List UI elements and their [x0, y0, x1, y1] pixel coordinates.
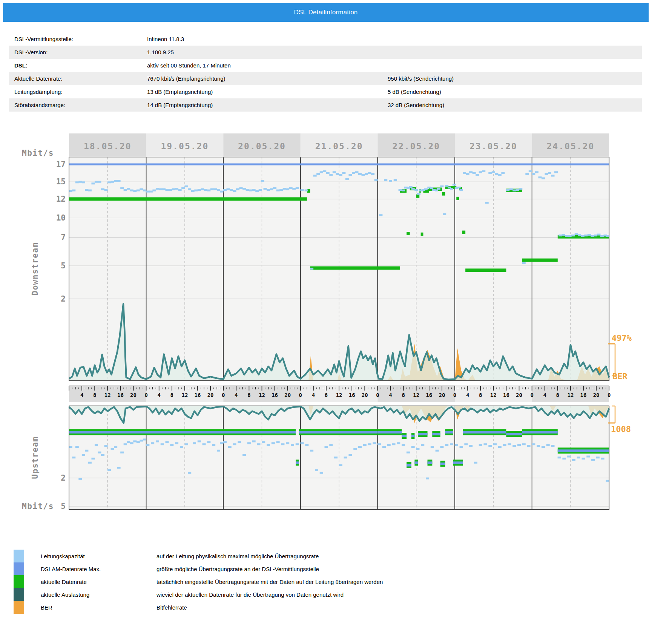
downstream-capacity-dash [85, 189, 88, 191]
upstream-capacity-dash [91, 458, 95, 460]
midnight-label: 0 [299, 392, 302, 398]
downstream-ytick: 15 [56, 177, 66, 186]
ber-swatch [14, 601, 24, 614]
downstream-capacity-dash [548, 172, 551, 174]
midnight-label: 0 [453, 392, 456, 398]
downstream-ytick: 12 [56, 195, 66, 204]
upstream-capacity-dash [247, 442, 251, 444]
upstream-capacity-dash [238, 441, 241, 443]
downstream-capacity-dash [276, 190, 280, 192]
hour-label: 4 [466, 392, 469, 398]
upstream-capacity-dash [220, 442, 223, 444]
upstream-capacity-dash [85, 450, 88, 452]
downstream-capacity-dash [149, 191, 153, 193]
hour-label: 20 [593, 392, 600, 398]
downstream-capacity-dash [156, 188, 159, 190]
downstream-capacity-dash [538, 176, 542, 178]
legend-desc: größte mögliche Übertragungsrate an der … [156, 562, 319, 575]
upstream-ytick: 5 [61, 502, 66, 511]
upstream-capacity-dash [111, 448, 114, 450]
downstream-capacity-dash [525, 173, 529, 175]
upstream-capacity-dash [577, 457, 580, 458]
legend-desc: tatsächlich eingestellte Übertragungsrat… [156, 575, 383, 588]
midnight-label: 0 [222, 392, 225, 398]
upstream-capacity-dash [596, 457, 600, 458]
downstream-capacity-dash [355, 171, 358, 173]
downstream-rate-segment [465, 268, 506, 272]
upstream-capacity-dash [512, 445, 516, 447]
downstream-capacity-dash [558, 234, 562, 236]
hour-label: 20 [284, 392, 291, 398]
upstream-capacity-dash [151, 442, 154, 444]
downstream-capacity-dash [252, 189, 256, 191]
upstream-capacity-dash [488, 445, 492, 447]
upstream-capacity-dash [203, 443, 206, 445]
hour-label: 4 [389, 392, 392, 398]
hour-label: 20 [362, 392, 368, 398]
upstream-capacity-dash [276, 441, 280, 443]
upstream-capacity-dash [175, 442, 178, 444]
downstream-capacity-dash [411, 188, 415, 190]
downstream-rate-segment [456, 197, 459, 200]
downstream-capacity-dash [91, 182, 95, 184]
upstream-capacity-dash [233, 443, 236, 445]
downstream-capacity-dash [69, 190, 72, 192]
downstream-capacity-dash [409, 186, 413, 188]
upstream-capacity-dash [69, 446, 72, 448]
upstream-capacity-dash [281, 443, 284, 445]
hour-label: 4 [235, 392, 238, 398]
downstream-capacity-dash [565, 235, 568, 237]
upstream-dslam-line [299, 431, 378, 434]
upstream-capacity-dash [551, 445, 555, 447]
downstream-capacity-dash [479, 171, 482, 173]
upstream-capacity-dash [114, 446, 117, 448]
downstream-capacity-dash [495, 173, 498, 175]
downstream-capacity-dash [430, 187, 433, 189]
downstream-capacity-dash [249, 190, 252, 192]
downstream-capacity-dash [562, 234, 565, 236]
upstream-capacity-dash [373, 442, 376, 444]
upstream-capacity-dash [440, 446, 443, 448]
hour-label: 12 [104, 392, 111, 398]
downstream-capacity-dash [267, 189, 270, 191]
upstream-dslam-line [69, 431, 296, 434]
downstream-capacity-dash [594, 234, 597, 236]
hour-label: 4 [157, 392, 160, 398]
upstream-capacity-dash [212, 444, 215, 446]
upstream-capacity-dash [353, 448, 357, 450]
upstream-capacity-dash [75, 446, 79, 448]
downstream-capacity-dash [239, 187, 243, 189]
hour-label: 8 [325, 392, 328, 398]
date-label: 18.05.20 [84, 141, 132, 151]
upstream-capacity-dash [198, 440, 201, 442]
upstream-capacity-dash [329, 444, 333, 446]
upstream-capacity-dash [143, 438, 146, 440]
downstream-capacity-dash [384, 179, 387, 181]
upstream-capacity-dash [291, 444, 294, 446]
upstream-dslam-line [414, 461, 418, 464]
date-header-row: 18.05.2019.05.2020.05.2021.05.2022.05.20… [69, 133, 609, 157]
upstream-capacity-dash [267, 444, 270, 446]
downstream-capacity-dash [399, 189, 402, 191]
downstream-capacity-dash [466, 173, 469, 175]
downstream-capacity-dash [166, 189, 169, 191]
upstream-capacity-dash [257, 443, 260, 445]
upstream-capacity-dash [207, 441, 210, 443]
upstream-capacity-dash [460, 446, 463, 448]
downstream-capacity-dash [437, 188, 440, 190]
upstream-axis-label: Upstream [31, 436, 40, 479]
legend-item-capacity: Leitungskapazitätauf der Leitung physika… [14, 550, 579, 562]
downstream-capacity-dash [368, 172, 371, 174]
downstream-capacity-dash [488, 172, 492, 174]
upstream-capacity-dash [407, 452, 410, 453]
downstream-capacity-dash [529, 170, 532, 172]
upstream-capacity-dash [469, 445, 473, 447]
downstream-capacity-dash [213, 188, 217, 190]
downstream-rate-segment [522, 259, 558, 262]
downstream-capacity-dash [535, 171, 539, 173]
downstream-capacity-dash [492, 171, 495, 173]
downstream-capacity-dash [210, 188, 214, 190]
downstream-dslam-line [69, 163, 609, 165]
downstream-capacity-dash [233, 190, 236, 192]
upstream-capacity-dash [522, 443, 526, 445]
